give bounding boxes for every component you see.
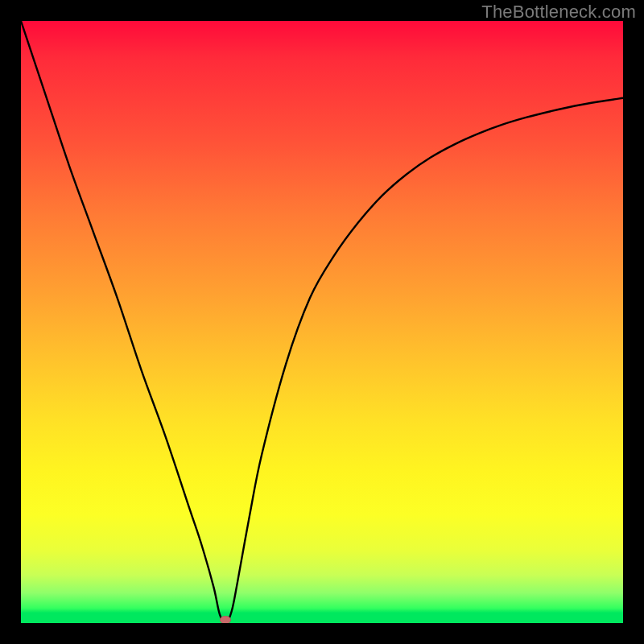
plot-area (21, 21, 623, 623)
bottleneck-curve (21, 21, 623, 623)
minimum-marker-icon (220, 616, 231, 623)
chart-stage: TheBottleneck.com (0, 0, 644, 644)
curve-layer (21, 21, 623, 623)
watermark-text: TheBottleneck.com (481, 2, 636, 23)
